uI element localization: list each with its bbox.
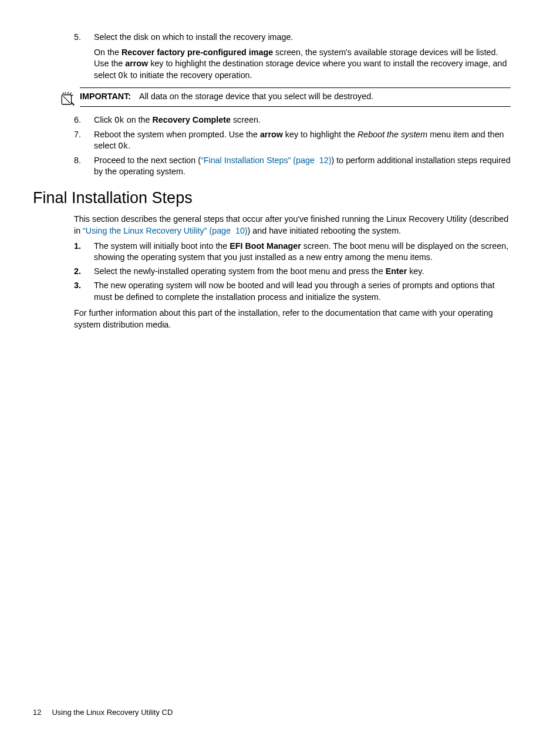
text: to initiate the recovery operation. <box>128 70 252 80</box>
footer-title: Using the Linux Recovery Utility CD <box>52 708 173 717</box>
step-7: 7. Reboot the system when prompted. Use … <box>74 129 511 153</box>
text: . <box>128 141 130 150</box>
text: key to highlight the <box>283 130 357 139</box>
text: key. <box>407 266 424 276</box>
step-number: 7. <box>74 129 94 153</box>
step-body: Select the newly-installed operating sys… <box>94 266 511 278</box>
bold-text: arrow <box>125 59 148 68</box>
bold-text: EFI Boot Manager <box>230 241 301 251</box>
step-body: Select the disk on which to install the … <box>94 32 511 82</box>
step-number: 6. <box>74 114 94 126</box>
text: Click <box>94 115 114 124</box>
bold-text: Recover factory pre-configured image <box>122 48 273 57</box>
final-step-3: 3. The new operating system will now be … <box>74 280 511 303</box>
step-6: 6. Click Ok on the Recovery Complete scr… <box>74 114 511 126</box>
step-number: 5. <box>74 32 94 82</box>
step-number: 1. <box>74 241 94 264</box>
italic-text: Reboot the system <box>357 130 427 139</box>
step-paragraph: On the Recover factory pre-configured im… <box>94 47 511 82</box>
step-number: 8. <box>74 155 94 178</box>
step-number: 2. <box>74 266 94 278</box>
cross-reference-link[interactable]: “Using the Linux Recovery Utility” (page… <box>83 226 248 235</box>
step-body: The new operating system will now be boo… <box>94 280 511 303</box>
mono-text: Ok <box>118 71 128 80</box>
important-callout: IMPORTANT:All data on the storage device… <box>60 87 511 110</box>
step-8: 8. Proceed to the next section (“Final I… <box>74 155 511 178</box>
important-label: IMPORTANT: <box>80 92 139 101</box>
step-body: Click Ok on the Recovery Complete screen… <box>94 114 511 126</box>
important-icon <box>60 87 80 110</box>
closing-paragraph: For further information about this part … <box>33 308 511 330</box>
procedure-steps-upper: 5. Select the disk on which to install t… <box>33 32 511 82</box>
step-5: 5. Select the disk on which to install t… <box>74 32 511 82</box>
bold-text: Recovery Complete <box>152 115 231 124</box>
final-step-1: 1. The system will initially boot into t… <box>74 241 511 264</box>
bold-text: Enter <box>386 266 407 276</box>
text: Select the newly-installed operating sys… <box>94 266 386 276</box>
page-footer: 12Using the Linux Recovery Utility CD <box>33 707 173 718</box>
text: The system will initially boot into the <box>94 241 230 251</box>
bold-text: arrow <box>260 130 283 139</box>
step-number: 3. <box>74 280 94 303</box>
page-number: 12 <box>33 707 41 718</box>
mono-text: Ok <box>118 141 128 151</box>
mono-text: Ok <box>114 116 124 125</box>
cross-reference-link[interactable]: “Final Installation Steps” (page 12) <box>201 156 332 165</box>
important-text: All data on the storage device that you … <box>139 92 373 101</box>
step-body: Reboot the system when prompted. Use the… <box>94 129 511 153</box>
final-step-2: 2. Select the newly-installed operating … <box>74 266 511 278</box>
text: ) and have initiated rebooting the syste… <box>248 226 401 235</box>
text: On the <box>94 48 122 57</box>
final-steps-list: 1. The system will initially boot into t… <box>33 241 511 303</box>
text: Proceed to the next section ( <box>94 156 201 165</box>
text: Reboot the system when prompted. Use the <box>94 130 260 139</box>
document-page: 5. Select the disk on which to install t… <box>0 0 560 746</box>
text: on the <box>124 115 153 124</box>
closing-text: For further information about this part … <box>74 308 511 330</box>
procedure-steps-lower: 6. Click Ok on the Recovery Complete scr… <box>33 114 511 178</box>
intro-paragraph: This section describes the general steps… <box>33 214 511 237</box>
important-content: IMPORTANT:All data on the storage device… <box>80 87 511 107</box>
text: screen. <box>231 115 261 124</box>
step-body: Proceed to the next section (“Final Inst… <box>94 155 511 178</box>
step-text: Select the disk on which to install the … <box>94 32 511 43</box>
section-heading: Final Installation Steps <box>33 187 511 209</box>
step-body: The system will initially boot into the … <box>94 241 511 264</box>
